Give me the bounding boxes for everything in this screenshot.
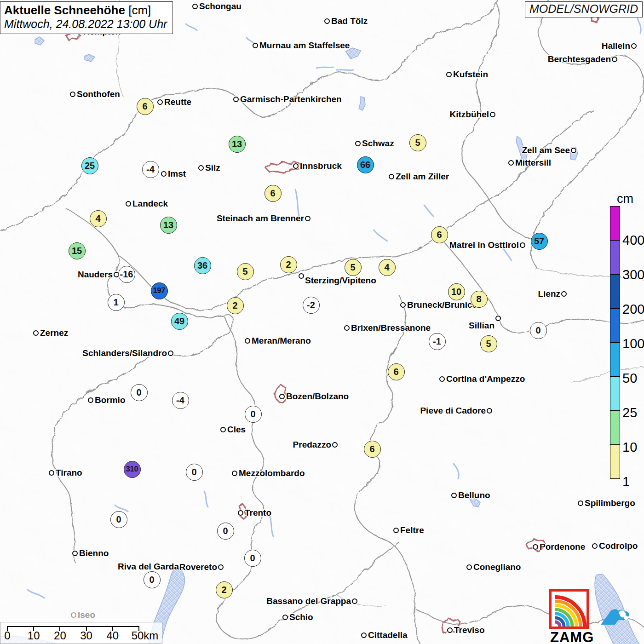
station-value-badge: 4 — [90, 210, 107, 227]
station-value-badge: 310 — [124, 461, 141, 478]
scale-bar-line — [7, 626, 138, 627]
city-label: Feltre — [400, 525, 424, 536]
station-value-badge: 13 — [160, 217, 177, 234]
city-dot-icon — [88, 397, 93, 403]
city-label: Landeck — [132, 198, 168, 209]
city-label: Bienno — [79, 548, 109, 559]
city-label: Brixen/Bressanone — [351, 322, 431, 334]
station-value-badge: 6 — [137, 98, 154, 115]
station-value-badge: -4 — [142, 161, 159, 178]
city-label: Predazzo — [293, 439, 331, 450]
city-dot-icon — [439, 376, 445, 382]
city-dot-icon — [487, 408, 492, 414]
city-label: Tirano — [56, 467, 82, 478]
station-value-badge: 0 — [245, 406, 262, 423]
station-value-badge: 10 — [448, 283, 465, 300]
city-label: Schongau — [199, 1, 242, 12]
city-label: Reutte — [164, 97, 191, 108]
city-label: Innsbruck — [300, 161, 342, 172]
city-label: Sillian — [469, 320, 494, 331]
city-dot-icon — [49, 470, 54, 476]
city-label: Zernez — [40, 328, 68, 339]
station-value-badge: 5 — [345, 259, 362, 276]
city-label: Codroipo — [599, 540, 638, 552]
city-dot-icon — [400, 302, 406, 308]
station-value-badge: 13 — [229, 136, 246, 153]
city-label: Cortina d'Ampezzo — [446, 374, 525, 385]
city-label: Rovereto — [179, 562, 217, 573]
city-dot-icon — [508, 160, 514, 166]
station-value-badge: -2 — [303, 297, 320, 314]
city-dot-icon — [451, 493, 457, 498]
city-label: Lienz — [538, 288, 560, 299]
legend-tick-label: 300 — [622, 268, 644, 282]
city-dot-icon — [198, 165, 204, 171]
city-label: Schio — [289, 612, 313, 623]
city-dot-icon — [495, 316, 501, 321]
city-label: Sonthofen — [77, 89, 120, 100]
station-value-badge: 36 — [194, 257, 211, 274]
map-title-unit: [cm] — [125, 3, 151, 17]
scale-bar-label: 10 — [28, 629, 40, 642]
legend-tick-label: 50 — [622, 371, 637, 385]
legend-segment — [610, 206, 620, 241]
city-dot-icon — [245, 338, 250, 344]
city-dot-icon — [232, 471, 237, 476]
city-label: Mezzolombardo — [239, 468, 305, 479]
city-label: Kitzbühel — [450, 109, 489, 120]
city-dot-icon — [253, 43, 258, 48]
legend-segment — [610, 240, 620, 275]
city-label: Bad Tölz — [331, 16, 368, 27]
city-label: Riva del Garda — [118, 561, 179, 572]
city-label: Berchtesgaden — [548, 54, 611, 65]
city-dot-icon — [446, 72, 452, 77]
city-label: Zell am Ziller — [396, 171, 449, 182]
legend-segment — [610, 410, 620, 445]
station-value-badge: -4 — [172, 392, 189, 409]
city-label: Pordenone — [540, 541, 585, 552]
station-value-badge: 57 — [531, 233, 548, 250]
city-dot-icon — [352, 598, 357, 604]
legend-tick-label: 10 — [622, 440, 637, 454]
city-dot-icon — [389, 174, 394, 179]
station-value-badge: 197 — [151, 282, 168, 299]
city-label: Pieve di Cadore — [420, 405, 486, 416]
station-value-badge: 6 — [431, 226, 448, 243]
city-dot-icon — [447, 627, 453, 633]
station-value-badge: 5 — [480, 335, 497, 352]
city-dot-icon — [218, 564, 224, 570]
city-label: Bormio — [95, 395, 126, 406]
city-dot-icon — [520, 242, 525, 248]
city-label: Garmisch-Partenkirchen — [240, 94, 342, 105]
station-value-badge: -1 — [429, 333, 446, 350]
city-dot-icon — [71, 612, 76, 618]
city-label: Hallein — [602, 40, 630, 52]
scale-bar-label: 0 — [4, 629, 10, 642]
station-value-badge: 0 — [144, 571, 161, 588]
city-label: Trento — [245, 507, 271, 518]
scale-bar-label: 40 — [106, 629, 119, 642]
city-label: Meran/Merano — [252, 335, 311, 346]
station-value-badge: 2 — [216, 581, 233, 598]
legend-tick-label: 200 — [622, 302, 644, 316]
city-dot-icon — [305, 216, 310, 221]
zamg-rainbow-icon — [549, 589, 589, 629]
city-label: Matrei in Osttirol — [449, 240, 519, 251]
city-label: Murnau am Staffelsee — [259, 40, 350, 51]
legend-tick-label: 100 — [622, 337, 644, 351]
city-label: Belluno — [458, 490, 490, 501]
zamg-logo-text: ZAMG — [549, 629, 595, 644]
zamg-logo: ZAMG — [549, 589, 595, 644]
station-value-badge: 5 — [237, 263, 254, 280]
legend-segment — [610, 274, 620, 309]
station-value-badge: 25 — [81, 157, 98, 174]
city-dot-icon — [466, 564, 472, 570]
city-label: Bassano del Grappa — [266, 596, 351, 607]
city-dot-icon — [561, 291, 567, 297]
station-value-badge: 6 — [388, 363, 405, 380]
city-dot-icon — [361, 632, 367, 638]
legend-segment — [610, 444, 620, 479]
city-label: Sterzing/Vipiteno — [305, 275, 376, 286]
city-label: Schlanders/Silandro — [82, 348, 167, 359]
station-value-badge: 0 — [217, 523, 234, 540]
